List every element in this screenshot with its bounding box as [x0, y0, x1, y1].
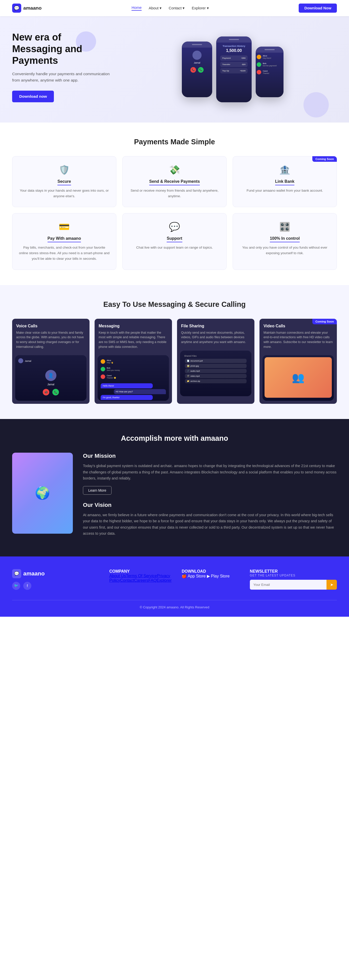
feature-title: 100% In control [270, 236, 300, 242]
footer-logo: 💬 amaano [12, 569, 99, 578]
feature-title: Send & Receive Payments [149, 179, 200, 185]
company-link[interactable]: About Us [109, 574, 126, 578]
feature-card: 🛡️ Secure Your data stays in your hands … [12, 156, 116, 207]
newsletter-submit-button[interactable]: ➤ [327, 580, 337, 590]
hero-content: New era of Messaging and Payments Conven… [12, 32, 118, 102]
phone-amount: Transaction History 1,500.00 Payment+$50… [216, 43, 252, 75]
feature-icon: 💬 [129, 221, 220, 232]
app-store-link[interactable]: 🍎 App Store [182, 574, 206, 578]
image-placeholder: 🌍 [12, 453, 73, 534]
phone-mockup: 👥 [262, 355, 334, 401]
feature-card: 💬 Support Chat live with our support tea… [122, 213, 227, 270]
mission-paragraph: Today's global payment system is outdate… [83, 463, 337, 481]
mission-vision-text: Our Mission Today's global payment syste… [83, 453, 337, 541]
msg-card-title: Video Calls [263, 324, 333, 328]
vision-heading: Our Vision [83, 502, 337, 508]
phone-accept-btn: 📞 [198, 67, 204, 73]
newsletter-form: ➤ [250, 580, 337, 590]
feature-title: Secure [57, 179, 71, 185]
feature-card: 🎛️ 100% In control You and only you have… [233, 213, 337, 270]
feature-title: Pay With amaano [48, 236, 81, 242]
accomplish-section: Accomplish more with amaano 🌍 Our Missio… [0, 419, 349, 556]
messaging-card: File Sharing Quickly send and receive do… [177, 319, 254, 404]
hero-download-button[interactable]: Download now [12, 91, 54, 102]
navbar: 💬 amaano Home About ▾ Contact ▾ Explorer… [0, 0, 349, 16]
msg-card-title: Messaging [98, 324, 168, 328]
phone-end-btn: 📞 [190, 67, 196, 73]
footer-grid: 💬 amaano 🐦 f COMPANY About UsTerms Of Se… [12, 569, 337, 590]
footer: 💬 amaano 🐦 f COMPANY About UsTerms Of Se… [0, 557, 349, 617]
msg-card-phone: Shared Files 📄document.pdf 🖼️photo.jpg 🎵… [177, 348, 254, 399]
company-link[interactable]: Explorer [157, 578, 172, 582]
phone-name: Jamal [182, 61, 212, 64]
feature-desc: You and only you have control of you fun… [239, 245, 330, 256]
footer-logo-icon: 💬 [12, 569, 21, 578]
msg-card-header: Voice Calls Make clear voice calls to yo… [12, 319, 89, 352]
vision-paragraph: At amaano, we firmly believe in a future… [83, 512, 337, 537]
feature-title: Link Bank [275, 179, 294, 185]
play-store-link[interactable]: ▶ Play Store [207, 574, 230, 578]
coming-soon-badge: Coming Soon [313, 156, 337, 162]
feature-icon: 💳 [19, 221, 110, 232]
feature-icon: 🎛️ [239, 221, 330, 232]
msg-card-title: Voice Calls [16, 324, 86, 328]
msg-card-phone: Jamal 👤 Jamal 📵 📞 [12, 352, 89, 404]
accomplish-title: Accomplish more with amaano [12, 434, 337, 442]
messaging-card: Voice Calls Make clear voice calls to yo… [12, 319, 89, 404]
mission-image: 🌍 [12, 453, 73, 534]
footer-social: 🐦 f [12, 582, 99, 590]
footer-newsletter-col: NEWSLETTER GET THE LATEST UPDATES ➤ [250, 569, 337, 590]
footer-copyright: © Copyright 2024 amaano. All Rights Rese… [12, 600, 337, 609]
msg-card-desc: Maintain human connections and elevate y… [263, 330, 333, 349]
nav-download-button[interactable]: Download Now [299, 3, 337, 13]
company-link[interactable]: FAQ [148, 578, 157, 582]
phone-mock-chat: Alice Hey there! Bob Got the payment! [256, 46, 284, 97]
hero-title: New era of Messaging and Payments [12, 32, 118, 66]
apple-icon: 🍎 [182, 574, 187, 578]
msg-card-desc: Make clear voice calls to your friends a… [16, 330, 86, 349]
msg-card-desc: Keep in touch with the people that matte… [98, 330, 168, 349]
learn-more-button[interactable]: Learn More [83, 486, 111, 495]
logo[interactable]: 💬 amaano [12, 3, 42, 13]
phone-avatar [192, 51, 201, 60]
feature-icon: 🏦 [239, 165, 330, 175]
logo-icon: 💬 [12, 3, 21, 13]
hero-subtitle: Conveniently handle your payments and co… [12, 71, 118, 84]
hero-phones: Jamal 📞 📞 Transaction History 1,500.00 P… [128, 37, 337, 97]
company-link[interactable]: Contact [120, 578, 134, 582]
phone-mockup: Jamal 👤 Jamal 📵 📞 [15, 355, 87, 401]
company-link[interactable]: Terms Of Service [126, 574, 157, 578]
nav-home[interactable]: Home [132, 6, 142, 11]
nav-contact[interactable]: Contact ▾ [169, 6, 185, 10]
feature-desc: Fund your amaano wallet from your bank a… [239, 188, 330, 193]
twitter-icon[interactable]: 🐦 [12, 582, 20, 590]
messaging-section: Easy To Use Messaging & Secure Calling V… [0, 285, 349, 419]
feature-card: 💸 Send & Receive Payments Send or receiv… [122, 156, 227, 207]
nav-links: Home About ▾ Contact ▾ Explorer ▾ [132, 6, 209, 11]
messaging-card: Messaging Keep in touch with the people … [95, 319, 172, 404]
feature-icon: 🛡️ [19, 165, 110, 175]
footer-download-col: DOWNLOAD 🍎 App Store ▶ Play Store [182, 569, 240, 590]
nav-about[interactable]: About ▾ [149, 6, 162, 10]
msg-card-desc: Quickly send and receive documents, phot… [181, 330, 251, 345]
download-heading: DOWNLOAD [182, 569, 240, 574]
footer-company-col: COMPANY About UsTerms Of ServicePrivacy … [109, 569, 171, 590]
msg-card-title: File Sharing [181, 324, 251, 328]
newsletter-heading: NEWSLETTER [250, 569, 337, 574]
nav-explorer[interactable]: Explorer ▾ [192, 6, 209, 10]
messaging-card: Coming Soon Video Calls Maintain human c… [260, 319, 337, 404]
company-heading: COMPANY [109, 569, 171, 574]
dark-content: 🌍 Our Mission Today's global payment sys… [12, 453, 337, 541]
brand-name: amaano [23, 5, 42, 11]
phone-mockup: Shared Files 📄document.pdf 🖼️photo.jpg 🎵… [180, 351, 251, 396]
coming-soon-badge: Coming Soon [313, 319, 337, 324]
company-link[interactable]: Careers [134, 578, 148, 582]
messaging-cards: Voice Calls Make clear voice calls to yo… [12, 319, 337, 404]
feature-icon: 💸 [129, 165, 220, 175]
feature-card: 💳 Pay With amaano Pay bills, merchants, … [12, 213, 116, 270]
feature-desc: Send or receive money from friends and f… [129, 188, 220, 199]
newsletter-input[interactable] [250, 580, 327, 590]
footer-brand: 💬 amaano 🐦 f [12, 569, 99, 590]
phone-mock-payment: Transaction History 1,500.00 Payment+$50… [216, 37, 252, 102]
facebook-icon[interactable]: f [23, 582, 31, 590]
